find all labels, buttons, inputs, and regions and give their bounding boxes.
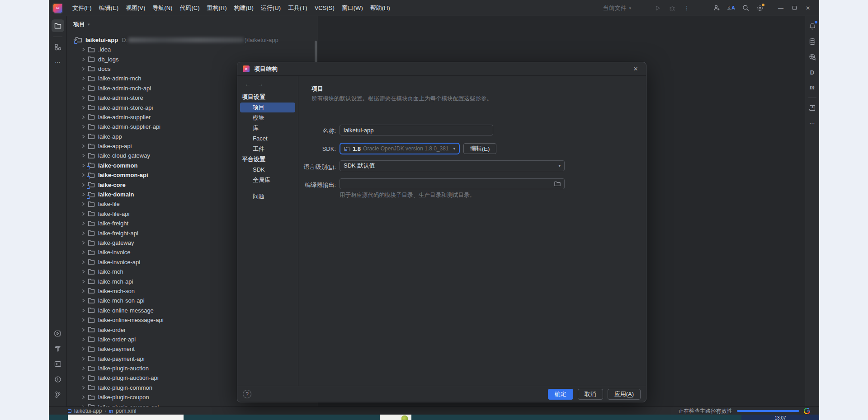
build-hammer-icon[interactable] [52,342,64,355]
chevron-right-icon[interactable] [80,202,87,206]
dialog-close-icon[interactable]: ✕ [631,64,641,74]
ok-button[interactable]: 确定 [548,389,573,400]
sdk-select[interactable]: 1.8 Oracle OpenJDK version 1.8.0_381 ▾ [340,143,460,154]
compiler-output-input[interactable] [340,178,565,189]
add-user-icon[interactable] [711,2,722,14]
terminal-icon[interactable] [52,358,64,370]
version-control-branch-icon[interactable] [52,388,64,401]
menu-item[interactable]: 窗口(W) [338,2,367,14]
project-name-input[interactable]: laiketui-app [340,125,493,135]
chevron-right-icon[interactable] [80,154,87,158]
tree-item[interactable]: .idea [67,45,318,54]
dialog-nav-item[interactable]: 库 [237,123,295,133]
back-arrow-icon[interactable]: ← [245,80,251,88]
chevron-right-icon[interactable] [80,135,87,139]
settings-gear-icon[interactable] [754,2,766,14]
chevron-right-icon[interactable] [80,241,87,245]
chevron-right-icon[interactable] [80,289,87,293]
project-panel-header[interactable]: 项目 ▾ [73,20,90,28]
chevron-right-icon[interactable] [80,221,87,225]
chevron-right-icon[interactable] [80,357,87,361]
chevron-right-icon[interactable] [80,347,87,351]
chevron-right-icon[interactable] [80,318,87,322]
search-icon[interactable] [740,2,751,14]
chevron-right-icon[interactable] [80,192,87,196]
chevron-right-icon[interactable] [80,125,87,129]
menu-item[interactable]: VCS(S) [311,3,338,13]
dialog-nav-item[interactable]: Facet [237,134,295,144]
debug-bug-icon[interactable] [666,2,678,14]
maven-icon[interactable]: m [807,82,818,93]
chevron-right-icon[interactable] [80,260,87,264]
chevron-right-icon[interactable] [80,280,87,284]
endpoints-globe-search-icon[interactable] [807,51,818,62]
forward-arrow-icon[interactable]: → [257,80,264,88]
cancel-button[interactable]: 取消 [578,389,603,400]
chevron-right-icon[interactable] [80,337,87,341]
chevron-right-icon[interactable] [80,328,87,332]
chevron-right-icon[interactable] [80,250,87,254]
chevron-right-icon[interactable] [80,76,87,80]
menu-item[interactable]: 帮助(H) [367,2,394,14]
menu-item[interactable]: 工具(T) [284,2,311,14]
help-icon[interactable]: ? [243,390,251,398]
services-run-icon[interactable] [52,327,64,340]
breadcrumb-file[interactable]: pom.xml [116,408,136,414]
dialog-header[interactable]: IJ 项目结构 ✕ [237,62,646,76]
database-icon[interactable] [807,36,818,47]
chevron-right-icon[interactable] [80,173,87,177]
chevron-right-icon[interactable] [80,308,87,313]
chevron-right-icon[interactable] [80,67,87,71]
chevron-right-icon[interactable] [80,376,87,380]
chevron-right-icon[interactable] [80,115,87,119]
more-kebab-icon[interactable]: ⋮ [681,2,693,14]
chevron-right-icon[interactable] [80,299,87,303]
language-level-select[interactable]: SDK 默认值 ▾ [340,160,565,171]
notifications-bell-icon[interactable] [807,21,818,32]
documentation-book-icon[interactable]: A [807,103,818,113]
chevron-right-icon[interactable] [80,86,87,90]
menu-item[interactable]: 文件(F) [69,2,95,14]
sdk-edit-button[interactable]: 编辑(E) [463,143,496,154]
chevron-right-icon[interactable] [80,96,87,100]
chevron-right-icon[interactable] [80,144,87,148]
google-icon[interactable] [804,408,810,414]
menu-item[interactable]: 导航(N) [149,2,176,14]
chevron-right-icon[interactable] [80,212,87,216]
apply-button[interactable]: 应用(A) [608,389,641,400]
chevron-right-icon[interactable] [80,183,87,187]
close-button[interactable]: ✕ [801,2,815,14]
more-tools-icon[interactable]: ⋯ [52,56,64,69]
chevron-right-icon[interactable] [80,366,87,370]
menu-item[interactable]: 代码(C) [176,2,203,14]
breadcrumb-project[interactable]: laiketui-app [74,408,102,414]
project-tool-icon[interactable] [52,19,64,32]
maximize-button[interactable] [788,2,801,14]
chevron-right-icon[interactable] [80,47,87,51]
dialog-nav-item[interactable]: 工件 [237,144,295,154]
dialog-nav-item[interactable]: 问题 [237,191,295,201]
chevron-right-icon[interactable] [80,163,87,168]
menu-item[interactable]: 运行(U) [257,2,284,14]
menu-item[interactable]: 重构(R) [203,2,231,14]
dialog-nav-item[interactable]: 项目 [240,103,295,112]
browse-folder-icon[interactable] [554,181,561,187]
chevron-right-icon[interactable] [80,270,87,274]
dialog-nav-item[interactable]: 全局库 [237,175,295,185]
chevron-right-icon[interactable] [80,106,87,110]
chevron-right-icon[interactable] [80,231,87,235]
menu-item[interactable]: 视图(V) [122,2,149,14]
tree-root-row[interactable]: laiketui-app D: )\laiketui-app [67,35,318,45]
chevron-right-icon[interactable] [80,395,87,399]
translate-icon[interactable]: 文A [725,2,737,14]
run-play-icon[interactable] [652,2,664,14]
dialog-nav-item[interactable]: 模块 [237,113,295,123]
chevron-right-icon[interactable] [80,386,87,390]
minimize-button[interactable]: — [774,2,788,14]
menu-item[interactable]: 编辑(E) [95,2,122,14]
dependencies-icon[interactable]: D [807,67,818,78]
more-tools-icon[interactable]: ⋯ [807,118,818,129]
modules-structure-icon[interactable] [52,41,64,53]
run-configuration-widget[interactable]: 当前文件 ▾ [603,4,637,12]
chevron-right-icon[interactable] [80,57,87,61]
